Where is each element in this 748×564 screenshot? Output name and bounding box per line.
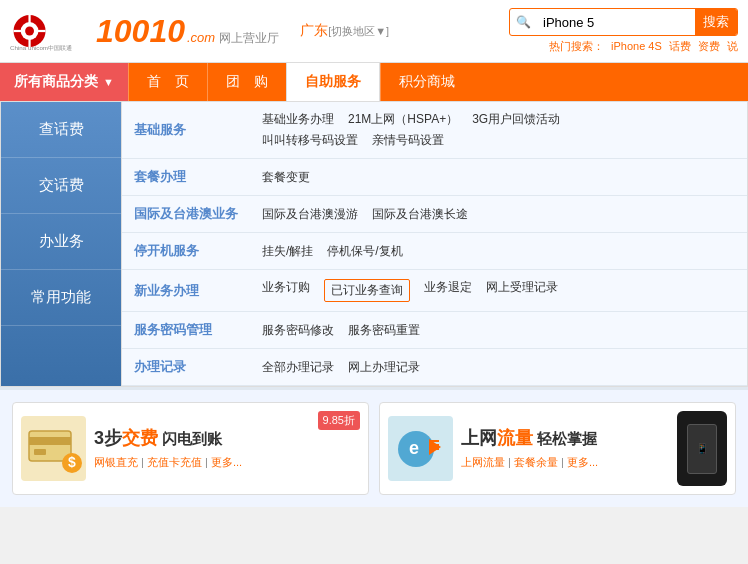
- hot-search: 热门搜索： iPhone 4S 话费 资费 说: [545, 39, 738, 54]
- dropdown-menu: 基础服务 基础业务办理 21M上网（HSPA+） 3G用户回馈活动 叫叫转移号码…: [121, 102, 747, 386]
- link-intl-long-distance[interactable]: 国际及台港澳长途: [372, 206, 468, 223]
- nav-item-group[interactable]: 团 购: [207, 63, 286, 101]
- hot-item-1[interactable]: iPhone 4S: [611, 40, 662, 52]
- brand-com: .com: [187, 30, 215, 45]
- banner-card-recharge: $ 3步交费 闪电到账 网银直充 | 充值卡充值 | 更多... 9.85折: [12, 402, 369, 495]
- data-title: 上网流量 轻松掌握: [461, 427, 664, 450]
- sidebar-item-common-functions[interactable]: 常用功能: [1, 270, 121, 326]
- link-preserve[interactable]: 停机保号/复机: [327, 243, 402, 260]
- svg-text:e: e: [409, 438, 419, 458]
- recharge-title: 3步交费 闪电到账: [94, 427, 360, 450]
- category-label: 办理记录: [122, 349, 250, 386]
- link-subscribed-query[interactable]: 已订业务查询: [324, 279, 410, 302]
- search-icon: 🔍: [510, 15, 535, 29]
- link-unsubscribe[interactable]: 业务退定: [424, 279, 472, 302]
- navbar: 所有商品分类 ▼ 首 页 团 购 自助服务 积分商城: [0, 63, 748, 101]
- svg-rect-10: [34, 449, 46, 455]
- search-button[interactable]: 搜索: [695, 9, 737, 35]
- recharge-icon: $: [21, 416, 86, 481]
- category-links: 服务密码修改 服务密码重置: [262, 322, 735, 339]
- recharge-link-2[interactable]: 充值卡充值: [147, 456, 202, 468]
- nav-item-points[interactable]: 积分商城: [380, 63, 473, 101]
- sidebar-item-check-fee[interactable]: 查话费: [1, 102, 121, 158]
- category-label: 基础服务: [122, 102, 250, 159]
- brand-number: 10010: [96, 15, 185, 47]
- search-box: 🔍 搜索: [509, 8, 738, 36]
- category-links: 基础业务办理 21M上网（HSPA+） 3G用户回馈活动: [262, 111, 735, 128]
- svg-text:China unicom中国联通: China unicom中国联通: [10, 44, 72, 51]
- recharge-text: 3步交费 闪电到账 网银直充 | 充值卡充值 | 更多...: [94, 427, 360, 469]
- category-label: 国际及台港澳业务: [122, 196, 250, 233]
- link-suspend[interactable]: 挂失/解挂: [262, 243, 313, 260]
- link-3g-activity[interactable]: 3G用户回馈活动: [472, 111, 560, 128]
- category-label: 停开机服务: [122, 233, 250, 270]
- category-label: 套餐办理: [122, 159, 250, 196]
- hot-item-3[interactable]: 资费: [698, 40, 720, 52]
- category-label: 服务密码管理: [122, 312, 250, 349]
- category-label: 新业务办理: [122, 270, 250, 312]
- table-row: 基础服务 基础业务办理 21M上网（HSPA+） 3G用户回馈活动 叫叫转移号码…: [122, 102, 747, 159]
- province-selector[interactable]: 广东[切换地区▼]: [300, 22, 389, 40]
- link-online-record[interactable]: 网上受理记录: [486, 279, 558, 302]
- banner-card-data: e 上网流量 轻松掌握 上网流量 | 套餐余量 | 更多... 📱: [379, 402, 736, 495]
- link-intl-roaming[interactable]: 国际及台港澳漫游: [262, 206, 358, 223]
- link-family-number[interactable]: 亲情号码设置: [372, 132, 444, 149]
- nav-all-arrow-icon: ▼: [103, 76, 114, 88]
- link-basic-service[interactable]: 基础业务办理: [262, 111, 334, 128]
- link-21m[interactable]: 21M上网（HSPA+）: [348, 111, 458, 128]
- sidebar-item-services[interactable]: 办业务: [1, 214, 121, 270]
- category-links: 套餐变更: [262, 169, 735, 186]
- data-link-2[interactable]: 套餐余量: [514, 456, 558, 468]
- category-links: 全部办理记录 网上办理记录: [262, 359, 735, 376]
- hot-item-4[interactable]: 说: [727, 40, 738, 52]
- unicom-logo: China unicom中国联通: [10, 10, 90, 52]
- category-links: 国际及台港澳漫游 国际及台港澳长途: [262, 206, 735, 223]
- logo-area: China unicom中国联通 10010 .com 网上营业厅 广东[切换地…: [10, 10, 389, 52]
- dropdown-arrow-icon: ▼: [375, 25, 386, 37]
- header: China unicom中国联通 10010 .com 网上营业厅 广东[切换地…: [0, 0, 748, 63]
- nav-item-self-service[interactable]: 自助服务: [286, 63, 380, 101]
- data-link-1[interactable]: 上网流量: [461, 456, 505, 468]
- search-input[interactable]: [535, 11, 695, 34]
- svg-point-2: [25, 27, 34, 36]
- recharge-link-3[interactable]: 更多...: [211, 456, 242, 468]
- brand-area: 10010 .com 网上营业厅: [96, 15, 279, 47]
- banner-area: $ 3步交费 闪电到账 网银直充 | 充值卡充值 | 更多... 9.85折 e: [0, 387, 748, 507]
- table-row: 办理记录 全部办理记录 网上办理记录: [122, 349, 747, 386]
- link-all-records[interactable]: 全部办理记录: [262, 359, 334, 376]
- nav-items: 首 页 团 购 自助服务 积分商城: [128, 63, 748, 101]
- table-row: 新业务办理 业务订购 已订业务查询 业务退定 网上受理记录: [122, 270, 747, 312]
- recharge-link-1[interactable]: 网银直充: [94, 456, 138, 468]
- table-row: 停开机服务 挂失/解挂 停机保号/复机: [122, 233, 747, 270]
- category-links-2: 叫叫转移号码设置 亲情号码设置: [262, 132, 735, 149]
- main-content: 查话费 交话费 办业务 常用功能 基础服务 基础业务办理 21M上网（HSPA+…: [0, 101, 748, 387]
- link-pwd-change[interactable]: 服务密码修改: [262, 322, 334, 339]
- category-links: 挂失/解挂 停机保号/复机: [262, 243, 735, 260]
- data-text: 上网流量 轻松掌握 上网流量 | 套餐余量 | 更多...: [461, 427, 664, 469]
- nav-item-home[interactable]: 首 页: [128, 63, 207, 101]
- recharge-sub: 网银直充 | 充值卡充值 | 更多...: [94, 455, 360, 470]
- link-plan-change[interactable]: 套餐变更: [262, 169, 310, 186]
- table-row: 服务密码管理 服务密码修改 服务密码重置: [122, 312, 747, 349]
- svg-rect-9: [29, 437, 71, 445]
- category-links: 业务订购 已订业务查询 业务退定 网上受理记录: [262, 279, 735, 302]
- link-subscribe[interactable]: 业务订购: [262, 279, 310, 302]
- link-call-transfer[interactable]: 叫叫转移号码设置: [262, 132, 358, 149]
- phone-screen: 📱: [687, 424, 717, 474]
- svg-text:$: $: [68, 454, 76, 470]
- link-online-records[interactable]: 网上办理记录: [348, 359, 420, 376]
- phone-image: 📱: [677, 411, 727, 486]
- discount-badge: 9.85折: [318, 411, 360, 430]
- link-pwd-reset[interactable]: 服务密码重置: [348, 322, 420, 339]
- data-icon: e: [388, 416, 453, 481]
- table-row: 套餐办理 套餐变更: [122, 159, 747, 196]
- search-area: 🔍 搜索 热门搜索： iPhone 4S 话费 资费 说: [509, 8, 738, 54]
- sidebar: 查话费 交话费 办业务 常用功能: [1, 102, 121, 386]
- data-sub: 上网流量 | 套餐余量 | 更多...: [461, 455, 664, 470]
- menu-table: 基础服务 基础业务办理 21M上网（HSPA+） 3G用户回馈活动 叫叫转移号码…: [122, 102, 747, 386]
- data-link-3[interactable]: 更多...: [567, 456, 598, 468]
- sidebar-item-pay-fee[interactable]: 交话费: [1, 158, 121, 214]
- nav-all-categories[interactable]: 所有商品分类 ▼: [0, 63, 128, 101]
- table-row: 国际及台港澳业务 国际及台港澳漫游 国际及台港澳长途: [122, 196, 747, 233]
- hot-item-2[interactable]: 话费: [669, 40, 691, 52]
